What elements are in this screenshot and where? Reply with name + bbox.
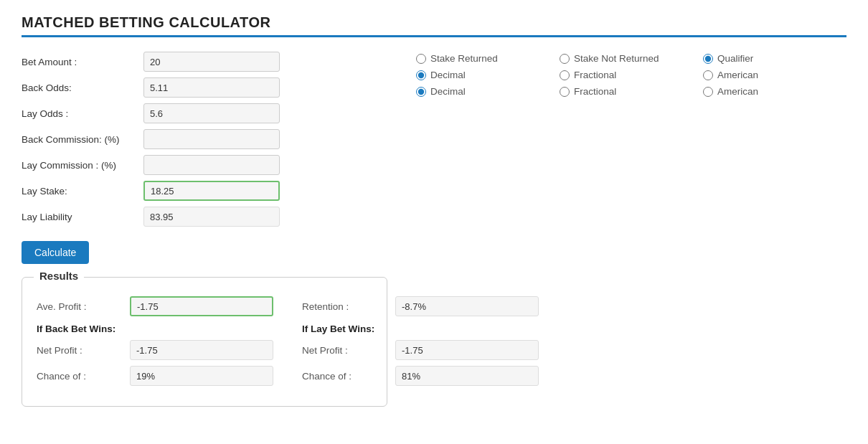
- lay-fractional-radio[interactable]: [560, 87, 570, 97]
- bet-amount-input[interactable]: [143, 52, 280, 72]
- back-american-group: American: [703, 70, 846, 80]
- lay-net-profit-label: Net Profit :: [302, 345, 395, 356]
- stake-returned-radio[interactable]: [416, 54, 426, 64]
- results-inner: Ave. Profit : If Back Bet Wins: Net Prof…: [37, 296, 372, 392]
- back-commission-label: Back Commission: (%): [22, 134, 143, 145]
- qualifier-radio[interactable]: [703, 54, 713, 64]
- lay-net-profit-row: Net Profit :: [302, 340, 539, 360]
- lay-odds-label: Lay Odds :: [22, 108, 143, 119]
- lay-stake-row: Lay Stake:: [22, 181, 387, 201]
- title-divider: [22, 35, 846, 37]
- lay-bet-subtitle: If Lay Bet Wins:: [302, 323, 539, 334]
- back-net-profit-input: [130, 340, 273, 360]
- back-commission-row: Back Commission: (%): [22, 129, 387, 149]
- back-bet-col: Ave. Profit : If Back Bet Wins: Net Prof…: [37, 296, 273, 392]
- lay-commission-label: Lay Commission : (%): [22, 160, 143, 171]
- lay-american-label: American: [717, 86, 758, 97]
- lay-chance-input: [395, 366, 539, 386]
- back-commission-input[interactable]: [143, 129, 280, 149]
- qualifier-label: Qualifier: [717, 53, 753, 64]
- stake-not-returned-group: Stake Not Returned: [560, 53, 703, 64]
- back-chance-input: [130, 366, 273, 386]
- lay-american-radio[interactable]: [703, 87, 713, 97]
- stake-type-row: Stake Returned Stake Not Returned Qualif…: [416, 53, 846, 64]
- back-chance-row: Chance of :: [37, 366, 273, 386]
- results-title: Results: [34, 270, 84, 282]
- back-odds-label: Back Odds:: [22, 82, 143, 93]
- lay-commission-row: Lay Commission : (%): [22, 155, 387, 175]
- lay-stake-input[interactable]: [143, 181, 280, 201]
- ave-profit-label: Ave. Profit :: [37, 301, 130, 312]
- stake-not-returned-radio[interactable]: [560, 54, 570, 64]
- lay-decimal-group: Decimal: [416, 86, 560, 97]
- radio-rows: Stake Returned Stake Not Returned Qualif…: [416, 53, 846, 97]
- lay-commission-input[interactable]: [143, 155, 280, 175]
- back-american-radio[interactable]: [703, 70, 713, 80]
- ave-profit-row: Ave. Profit :: [37, 296, 273, 316]
- lay-odds-input[interactable]: [143, 103, 280, 123]
- back-chance-label: Chance of :: [37, 371, 130, 382]
- ave-profit-input: [130, 296, 273, 316]
- retention-row: Retention :: [302, 296, 539, 316]
- back-decimal-radio[interactable]: [416, 70, 426, 80]
- back-decimal-label: Decimal: [430, 70, 466, 80]
- lay-net-profit-input: [395, 340, 539, 360]
- lay-fractional-group: Fractional: [560, 86, 703, 97]
- lay-odds-row: Lay Odds :: [22, 103, 387, 123]
- lay-decimal-radio[interactable]: [416, 87, 426, 97]
- back-net-profit-label: Net Profit :: [37, 345, 130, 356]
- calculate-button[interactable]: Calculate: [22, 241, 89, 264]
- back-odds-format-row: Decimal Fractional American: [416, 70, 846, 80]
- retention-input: [395, 296, 539, 316]
- bet-amount-label: Bet Amount :: [22, 57, 143, 67]
- results-section: Results Ave. Profit : If Back Bet Wins: …: [22, 277, 387, 407]
- lay-liability-row: Lay Liability: [22, 207, 387, 227]
- lay-chance-row: Chance of :: [302, 366, 539, 386]
- qualifier-group: Qualifier: [703, 53, 846, 64]
- lay-decimal-label: Decimal: [430, 86, 466, 97]
- back-fractional-label: Fractional: [574, 70, 616, 80]
- lay-stake-label: Lay Stake:: [22, 186, 143, 197]
- lay-fractional-label: Fractional: [574, 86, 616, 97]
- stake-not-returned-label: Stake Not Returned: [574, 53, 659, 64]
- back-decimal-group: Decimal: [416, 70, 560, 80]
- retention-label: Retention :: [302, 301, 395, 312]
- lay-bet-col: Retention : If Lay Bet Wins: Net Profit …: [302, 296, 539, 392]
- back-net-profit-row: Net Profit :: [37, 340, 273, 360]
- lay-american-group: American: [703, 86, 846, 97]
- stake-returned-label: Stake Returned: [430, 53, 498, 64]
- page-title: MATCHED BETTING CALCULATOR: [22, 14, 846, 31]
- back-odds-input[interactable]: [143, 77, 280, 98]
- back-odds-row: Back Odds:: [22, 77, 387, 98]
- main-layout: Bet Amount : Back Odds: Lay Odds : Back …: [22, 52, 846, 407]
- stake-returned-group: Stake Returned: [416, 53, 560, 64]
- bet-amount-row: Bet Amount :: [22, 52, 387, 72]
- back-bet-subtitle: If Back Bet Wins:: [37, 323, 273, 334]
- form-section: Bet Amount : Back Odds: Lay Odds : Back …: [22, 52, 387, 407]
- lay-liability-label: Lay Liability: [22, 212, 143, 222]
- back-fractional-radio[interactable]: [560, 70, 570, 80]
- lay-liability-input: [143, 207, 280, 227]
- back-american-label: American: [717, 70, 758, 80]
- lay-chance-label: Chance of :: [302, 371, 395, 382]
- lay-odds-format-row: Decimal Fractional American: [416, 86, 846, 97]
- back-fractional-group: Fractional: [560, 70, 703, 80]
